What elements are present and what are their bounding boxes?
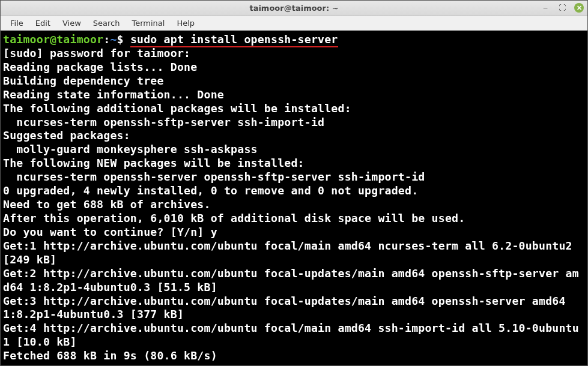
- close-button[interactable]: ✕: [574, 3, 584, 13]
- menu-view[interactable]: View: [58, 17, 86, 29]
- output-line: molly-guard monkeysphere ssh-askpass: [3, 143, 258, 155]
- menu-search[interactable]: Search: [88, 17, 125, 29]
- output-line: Do you want to continue? [Y/n] y: [3, 226, 217, 238]
- output-line: Get:2 http://archive.ubuntu.com/ubuntu f…: [3, 267, 579, 293]
- menu-file[interactable]: File: [5, 17, 28, 29]
- menu-edit[interactable]: Edit: [31, 17, 55, 29]
- output-line: ncurses-term openssh-sftp-server ssh-imp…: [3, 116, 324, 128]
- output-line: Get:3 http://archive.ubuntu.com/ubuntu f…: [3, 295, 572, 321]
- output-line: The following additional packages will b…: [3, 102, 351, 115]
- output-line: ncurses-term openssh-server openssh-sftp…: [3, 170, 425, 183]
- terminal-output-area[interactable]: taimoor@taimoor:~$ sudo apt install open…: [1, 31, 587, 365]
- window-titlebar: taimoor@taimoor: ~ – ⛶ ✕: [1, 1, 587, 16]
- output-line: Building dependency tree: [3, 74, 164, 87]
- output-line: Reading state information... Done: [3, 88, 224, 101]
- prompt-path: ~: [110, 33, 117, 46]
- output-line: Reading package lists... Done: [3, 61, 197, 73]
- command-text: sudo apt install openssh-server: [130, 33, 338, 47]
- minimize-button[interactable]: –: [541, 3, 550, 13]
- output-line: Need to get 688 kB of archives.: [3, 198, 211, 211]
- menu-terminal[interactable]: Terminal: [127, 17, 169, 29]
- menu-help[interactable]: Help: [172, 17, 199, 29]
- output-line: Get:4 http://archive.ubuntu.com/ubuntu f…: [3, 322, 579, 348]
- maximize-button[interactable]: ⛶: [557, 3, 567, 13]
- menu-bar: File Edit View Search Terminal Help: [1, 16, 587, 31]
- output-line: Get:1 http://archive.ubuntu.com/ubuntu f…: [3, 239, 579, 266]
- prompt-colon: :: [103, 33, 110, 46]
- output-line: Suggested packages:: [3, 129, 130, 142]
- output-line: Fetched 688 kB in 9s (80.6 kB/s): [3, 349, 217, 362]
- output-line: After this operation, 6,010 kB of additi…: [3, 212, 465, 224]
- window-controls: – ⛶ ✕: [541, 3, 584, 13]
- output-line: [sudo] password for taimoor:: [3, 47, 190, 59]
- prompt-symbol: $: [117, 33, 124, 46]
- output-line: The following NEW packages will be insta…: [3, 157, 305, 169]
- output-line: 0 upgraded, 4 newly installed, 0 to remo…: [3, 184, 418, 197]
- prompt-userhost: taimoor@taimoor: [3, 33, 103, 46]
- window-title: taimoor@taimoor: ~: [249, 4, 338, 13]
